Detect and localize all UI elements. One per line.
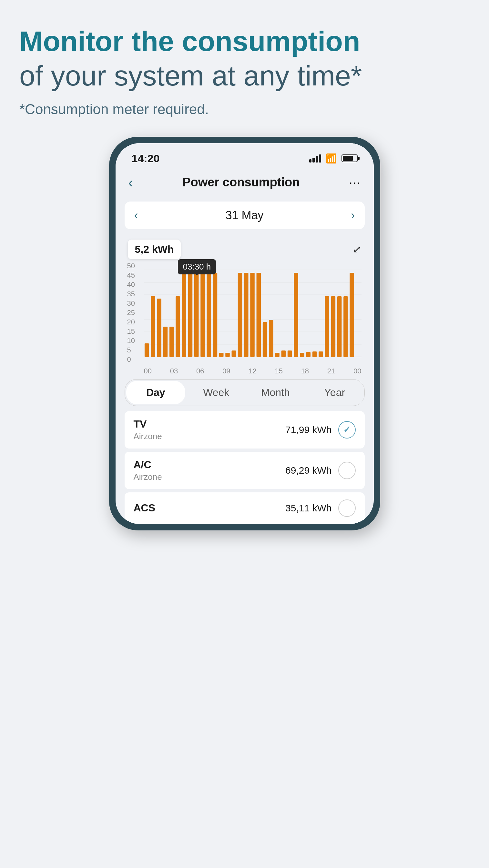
device-checkbox-ac[interactable] <box>338 462 356 479</box>
device-kwh-ac: 69,29 kWh <box>285 465 332 476</box>
device-info-tv: TV Airzone <box>134 418 162 441</box>
svg-rect-37 <box>325 296 329 357</box>
headline-section: Monitor the consumption of your system a… <box>19 26 470 117</box>
y-label-5: 5 <box>127 346 135 354</box>
svg-rect-12 <box>169 327 173 357</box>
date-next-button[interactable]: › <box>351 209 355 222</box>
tab-bar: Day Week Month Year <box>124 379 365 406</box>
svg-rect-40 <box>343 296 348 357</box>
battery-icon <box>342 154 357 162</box>
x-axis-labels: 00 03 06 09 12 15 18 21 00 <box>144 365 362 375</box>
tab-week[interactable]: Week <box>186 379 246 406</box>
svg-rect-11 <box>163 327 167 357</box>
status-icons: 📶 <box>309 153 357 164</box>
svg-rect-27 <box>262 322 267 357</box>
svg-rect-24 <box>244 273 248 357</box>
y-axis-labels: 0 5 10 15 20 25 30 35 40 45 50 <box>127 262 135 364</box>
x-label-03: 03 <box>170 367 178 375</box>
svg-rect-39 <box>337 296 341 357</box>
device-right-acs: 35,11 kWh <box>285 499 355 517</box>
status-time: 14:20 <box>132 152 160 165</box>
device-info-ac: A/C Airzone <box>134 459 162 482</box>
x-label-15: 15 <box>275 367 282 375</box>
svg-rect-36 <box>319 351 323 357</box>
page-wrapper: Monitor the consumption of your system a… <box>0 0 489 868</box>
device-name-ac: A/C <box>134 459 162 471</box>
device-kwh-tv: 71,99 kWh <box>285 424 332 435</box>
svg-rect-38 <box>331 296 335 357</box>
svg-rect-19 <box>213 273 217 357</box>
svg-rect-29 <box>275 353 279 357</box>
device-kwh-acs: 35,11 kWh <box>285 503 332 514</box>
headline-note: *Consumption meter required. <box>19 101 470 117</box>
wifi-icon: 📶 <box>326 153 337 164</box>
y-label-20: 20 <box>127 318 135 326</box>
svg-rect-13 <box>176 296 180 357</box>
device-row-ac: A/C Airzone 69,29 kWh <box>124 452 365 489</box>
phone-shell: 14:20 📶 <box>109 137 380 530</box>
svg-rect-17 <box>200 273 205 357</box>
svg-rect-16 <box>194 273 198 357</box>
back-button[interactable]: ‹ <box>128 175 133 191</box>
chart-tooltip: 03:30 h <box>178 259 216 274</box>
svg-rect-26 <box>256 273 260 357</box>
svg-rect-30 <box>281 350 285 357</box>
tab-month[interactable]: Month <box>246 379 305 406</box>
device-zone-tv: Airzone <box>134 431 162 441</box>
svg-rect-33 <box>300 353 304 357</box>
svg-rect-28 <box>269 320 273 357</box>
svg-rect-23 <box>237 273 242 357</box>
signal-bar-1 <box>309 159 312 162</box>
status-bar: 14:20 📶 <box>116 143 374 168</box>
svg-rect-8 <box>144 343 148 357</box>
tab-day[interactable]: Day <box>126 381 185 404</box>
svg-rect-10 <box>157 299 161 357</box>
date-nav: ‹ 31 May › <box>124 202 365 229</box>
device-info-acs: ACS <box>134 502 155 514</box>
device-row-acs: ACS 35,11 kWh <box>124 492 365 524</box>
x-label-06: 06 <box>196 367 204 375</box>
device-name-acs: ACS <box>134 502 155 514</box>
y-label-35: 35 <box>127 290 135 298</box>
tab-year[interactable]: Year <box>305 379 365 406</box>
device-zone-ac: Airzone <box>134 472 162 482</box>
device-list: TV Airzone 71,99 kWh ✓ A/C <box>124 411 365 524</box>
phone-inner: 14:20 📶 <box>116 143 374 524</box>
check-mark-icon: ✓ <box>343 424 350 435</box>
y-label-10: 10 <box>127 337 135 345</box>
x-label-12: 12 <box>249 367 256 375</box>
svg-rect-32 <box>294 273 298 357</box>
expand-button[interactable]: ⤢ <box>353 243 362 255</box>
app-header: ‹ Power consumption ··· <box>116 168 374 196</box>
device-right-tv: 71,99 kWh ✓ <box>285 421 355 438</box>
signal-bars-icon <box>309 154 321 162</box>
svg-rect-25 <box>250 273 254 357</box>
battery-fill <box>343 156 353 161</box>
signal-bar-2 <box>312 158 315 162</box>
svg-rect-9 <box>151 296 155 357</box>
svg-rect-35 <box>312 351 316 357</box>
device-row-tv: TV Airzone 71,99 kWh ✓ <box>124 411 365 448</box>
device-checkbox-tv[interactable]: ✓ <box>338 421 356 438</box>
x-label-00b: 00 <box>353 367 361 375</box>
svg-rect-14 <box>182 273 186 357</box>
svg-rect-21 <box>225 353 229 357</box>
chart-area: 03:30 h 0 5 10 15 20 25 30 35 40 <box>124 262 365 375</box>
device-checkbox-acs[interactable] <box>338 499 356 517</box>
signal-bar-4 <box>319 154 321 162</box>
svg-rect-18 <box>207 273 211 357</box>
svg-rect-20 <box>219 353 223 357</box>
device-name-tv: TV <box>134 418 162 430</box>
headline-sub: of your system at any time* <box>19 60 470 92</box>
bar-chart <box>144 262 362 365</box>
x-label-21: 21 <box>327 367 335 375</box>
date-prev-button[interactable]: ‹ <box>134 209 138 222</box>
svg-rect-15 <box>188 273 192 357</box>
y-label-0: 0 <box>127 355 135 364</box>
app-title: Power consumption <box>182 176 299 189</box>
y-label-40: 40 <box>127 281 135 289</box>
svg-rect-41 <box>350 273 354 357</box>
chart-container: 5,2 kWh ⤢ 03:30 h 0 5 10 15 20 25 <box>124 235 365 375</box>
more-button[interactable]: ··· <box>349 176 361 189</box>
x-label-18: 18 <box>301 367 309 375</box>
